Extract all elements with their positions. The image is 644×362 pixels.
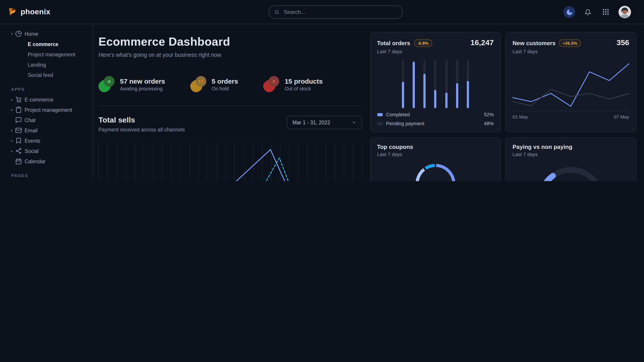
sidebar-item-email[interactable]: ▸Email: [0, 125, 93, 135]
legend-value: 48%: [484, 121, 494, 126]
ecommerce-dashboard-app: phoenix: [0, 0, 644, 181]
top-coupons-donut-chart: 72%: [414, 162, 457, 181]
bar-track: [413, 60, 415, 108]
sidebar-item-label: Social feed: [28, 72, 53, 78]
legend-swatch: [377, 122, 382, 125]
section-divider: [98, 105, 362, 106]
sidebar-item-label: Home: [24, 31, 38, 36]
sidebar: ▾HomeE commerceProject managementLanding…: [0, 24, 93, 181]
total-orders-period: Last 7 days: [377, 49, 494, 54]
bar-track: [467, 60, 469, 108]
dashboard-top-region: Ecommerce Dashboard Here's what's going …: [93, 24, 644, 181]
bookmark-icon: [15, 137, 22, 144]
bar-track: [423, 60, 426, 108]
sidebar-item-starter[interactable]: Starter: [0, 181, 93, 181]
sidebar-item-social[interactable]: ▸Social: [0, 146, 93, 156]
bar-fill: [413, 62, 415, 108]
notifications-button[interactable]: [582, 6, 594, 18]
bar-fill: [445, 92, 447, 108]
legend-row-completed: Completed52%: [377, 112, 494, 117]
sidebar-item-chat[interactable]: Chat: [0, 115, 93, 125]
sidebar-item-label: E commerce: [24, 97, 54, 102]
new-customers-line-chart: [513, 59, 630, 111]
theme-toggle-button[interactable]: [564, 6, 575, 18]
sidebar-item-project-management[interactable]: ▸Project management: [0, 105, 93, 115]
paying-vs-non-paying-card: Paying vs non paying Last 7 days Paying …: [506, 137, 636, 181]
stat-label: On hold: [212, 86, 238, 91]
sidebar-item-label: Project management: [28, 52, 75, 57]
avatar-image: [618, 6, 631, 18]
stat-label: Awating processing: [120, 86, 165, 91]
legend-swatch: [377, 113, 382, 116]
legend-row-pending-payment: Pending payment48%: [377, 121, 494, 126]
bar-fill: [402, 82, 404, 108]
sidebar-item-events[interactable]: ▸Events: [0, 135, 93, 146]
nav-actions: [564, 0, 631, 24]
global-search-input[interactable]: [283, 8, 397, 16]
sidebar-item-e-commerce[interactable]: E commerce: [0, 39, 93, 49]
sidebar-item-label: Calendar: [24, 159, 46, 164]
caret-icon: ▸: [11, 149, 15, 153]
pie-icon: [15, 30, 22, 37]
top-nav: phoenix: [0, 0, 644, 24]
sidebar-item-landing[interactable]: Landing: [0, 59, 93, 70]
bell-icon: [584, 9, 591, 15]
sidebar-item-label: E commerce: [28, 41, 58, 47]
total-orders-value: 16,247: [470, 38, 494, 47]
paying-gauge-chart: [533, 164, 609, 181]
sidebar-item-social-feed[interactable]: Social feed: [0, 70, 93, 80]
sidebar-item-label: Social: [24, 148, 39, 154]
overview-column: Ecommerce Dashboard Here's what's going …: [98, 32, 362, 181]
sidebar-section-apps: APPS: [0, 87, 93, 92]
page-title: Ecommerce Dashboard: [98, 35, 362, 49]
moon-icon: [566, 9, 572, 15]
page-subtitle: Here's what's going on at your business …: [98, 52, 362, 58]
total-sells-title: Total sells: [98, 116, 185, 125]
bar-fill: [434, 90, 436, 108]
sidebar-item-label: Chat: [24, 117, 36, 123]
mail-icon: [15, 127, 22, 134]
total-orders-change-badge: -6.8%: [414, 39, 432, 47]
kpi-cards: Total orders -6.8% 16,247 Last 7 days Co…: [370, 32, 636, 181]
new-customers-value: 356: [616, 38, 629, 47]
sidebar-item-label: Project management: [24, 107, 72, 112]
date-range-select[interactable]: Mar 1 - 31, 2022: [287, 116, 362, 129]
caret-icon: ▸: [11, 98, 15, 101]
global-search[interactable]: [268, 5, 403, 19]
bar-track: [456, 60, 458, 108]
clipboard-icon: [15, 106, 22, 113]
sidebar-item-calendar[interactable]: Calendar: [0, 156, 93, 166]
new-customers-period: Last 7 days: [513, 49, 630, 54]
donut-center-label: 72%: [414, 162, 457, 181]
new-customers-card: New customers +26.5% 356 Last 7 days 01 …: [506, 32, 636, 132]
total-orders-bar-chart: [402, 60, 469, 108]
total-sells-header: Total sells Payment received across all …: [98, 116, 362, 132]
total-sells-chart: [98, 141, 362, 181]
chevron-down-icon: [352, 120, 356, 125]
brand-logo[interactable]: phoenix: [0, 7, 93, 17]
sidebar-item-e-commerce[interactable]: ▸E commerce: [0, 94, 93, 105]
sidebar-nav: ▾HomeE commerceProject managementLanding…: [0, 29, 93, 181]
total-orders-card: Total orders -6.8% 16,247 Last 7 days Co…: [370, 32, 501, 132]
paying-period: Last 7 days: [513, 152, 630, 157]
share-icon: [15, 148, 22, 154]
pause-stat-icon: ❚❚: [190, 76, 206, 92]
legend-label: Completed: [386, 112, 410, 117]
apps-menu-button[interactable]: [600, 6, 612, 18]
stat-label: Out of stock: [285, 86, 323, 91]
search-icon: [274, 9, 279, 15]
sidebar-item-label: Landing: [28, 62, 46, 67]
user-avatar[interactable]: [618, 6, 631, 18]
bar-fill: [467, 81, 469, 108]
bar-track: [445, 60, 447, 108]
stat-out-of-stock: ✕15 productsOut of stock: [263, 76, 323, 92]
bar-track: [402, 60, 404, 108]
caret-icon: ▸: [11, 129, 15, 132]
grid-dots-icon: [603, 9, 609, 15]
top-coupons-period: Last 7 days: [377, 152, 494, 157]
sidebar-item-home[interactable]: ▾Home: [0, 29, 93, 39]
star-stat-icon: ★: [98, 76, 114, 92]
bar-fill: [456, 83, 458, 108]
sidebar-item-project-management[interactable]: Project management: [0, 49, 93, 59]
sidebar-section-pages: PAGES: [0, 173, 93, 178]
